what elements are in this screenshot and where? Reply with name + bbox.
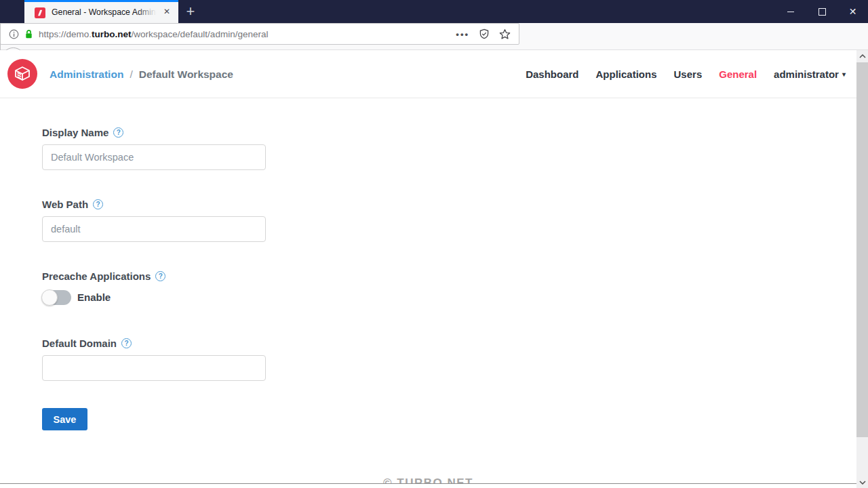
user-menu[interactable]: administrator ▾ [774,68,846,80]
browser-window: General - Workspace Administr ✕ + ✕ ← → [0,0,868,488]
url-path: /workspace/default/admin/general [132,29,269,39]
chevron-down-icon: ▾ [842,70,846,78]
web-path-input[interactable] [42,216,266,242]
help-icon[interactable]: ? [155,271,165,281]
nav-item-applications[interactable]: Applications [596,68,657,80]
web-path-label-text: Web Path [42,199,88,210]
nav-item-users[interactable]: Users [674,68,703,80]
display-name-label: Display Name ? [42,127,123,138]
new-tab-button[interactable]: + [179,0,202,23]
window-minimize-button[interactable] [775,0,806,23]
help-icon[interactable]: ? [93,199,103,209]
display-name-label-text: Display Name [42,127,108,138]
web-path-label: Web Path ? [42,199,103,210]
precache-label-text: Precache Applications [42,270,151,282]
scroll-up-button[interactable] [856,50,868,62]
help-icon[interactable]: ? [113,127,123,138]
vertical-scrollbar[interactable] [856,50,868,488]
bookmark-star-icon[interactable] [499,28,511,40]
shield-check-icon[interactable] [479,28,490,39]
scroll-down-button[interactable] [856,476,868,488]
nav-item-general[interactable]: General [719,68,757,80]
main-nav: Dashboard Applications Users General adm… [526,50,846,98]
toggle-knob [41,289,58,306]
url-domain: turbo.net [92,29,132,39]
page-content: Administration / Default Workspace Dashb… [0,50,856,488]
breadcrumb-current: Default Workspace [139,68,233,81]
tab-title-fade [136,2,160,23]
url-subdomain: demo. [66,29,92,39]
turbo-logo[interactable] [7,59,37,89]
titlebar: General - Workspace Administr ✕ + ✕ [0,0,868,23]
breadcrumb: Administration / Default Workspace [50,50,233,98]
save-button[interactable]: Save [42,408,87,430]
default-domain-label: Default Domain ? [42,338,132,349]
nav-item-dashboard[interactable]: Dashboard [526,68,578,80]
scrollbar-thumb[interactable] [856,62,868,437]
tab-close-icon[interactable]: ✕ [161,6,172,17]
secure-lock-icon[interactable] [24,29,33,39]
chevron-up-icon [859,54,866,58]
breadcrumb-administration-link[interactable]: Administration [50,68,123,81]
url-protocol: https:// [39,29,66,39]
default-domain-label-text: Default Domain [42,338,117,349]
minimize-icon [787,12,794,12]
turbo-logo-icon [14,65,31,83]
url-bar[interactable]: https://demo.turbo.net/workspace/default… [0,23,519,45]
bottom-cover [0,484,856,488]
window-maximize-button[interactable] [806,0,837,23]
toggle-label: Enable [77,291,111,303]
breadcrumb-separator: / [130,68,132,81]
precache-applications-label: Precache Applications ? [42,270,165,282]
maximize-icon [818,8,826,16]
user-menu-label: administrator [774,68,839,80]
browser-toolbar: ← → [0,23,868,50]
page-info-icon[interactable] [9,29,19,39]
site-header: Administration / Default Workspace Dashb… [0,50,856,98]
browser-tab[interactable]: General - Workspace Administr ✕ [24,0,178,23]
help-icon[interactable]: ? [121,338,132,348]
window-close-button[interactable]: ✕ [837,0,868,23]
chevron-down-icon [859,481,866,485]
turbo-favicon-icon [35,7,45,18]
page-actions-icon[interactable]: ••• [456,29,469,39]
default-domain-input[interactable] [42,355,266,381]
display-name-input[interactable] [42,144,266,170]
precache-toggle[interactable] [42,290,71,305]
